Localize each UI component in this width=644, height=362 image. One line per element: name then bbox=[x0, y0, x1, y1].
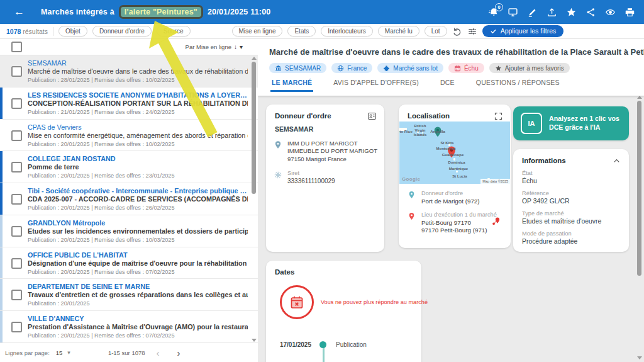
tab-le-march-[interactable]: LE MARCHÉ bbox=[270, 79, 313, 92]
timeline-dot-icon bbox=[319, 341, 326, 348]
list-item[interactable]: Tibi - Société coopérative - Intercommun… bbox=[0, 183, 258, 215]
apply-filters-button[interactable]: Appliquer les filtres bbox=[482, 25, 564, 37]
filter-chip[interactable]: Donneur d'ordre bbox=[92, 26, 152, 37]
list-item[interactable]: VILLE D'ANNECYPrestation d'Assistance à … bbox=[0, 311, 258, 343]
list-item[interactable]: GRANDLYON MétropoleEtudes sur les incide… bbox=[0, 215, 258, 247]
reset-filters-icon[interactable] bbox=[452, 26, 462, 37]
chevron-up-icon[interactable] bbox=[612, 156, 621, 166]
alerts-bell-icon[interactable]: 0 bbox=[488, 7, 499, 18]
detail-chip-star[interactable]: Ajouter à mes favoris bbox=[489, 63, 570, 73]
tune-filters-icon[interactable] bbox=[467, 26, 477, 37]
tab-dce[interactable]: DCE bbox=[439, 79, 456, 92]
tender-detail-title: Marché de maîtrise d'oeuvre dans le cadr… bbox=[269, 47, 633, 57]
alert-datetime: 20/01/2025 11:00 bbox=[208, 8, 271, 16]
list-item[interactable]: CPAS de VerviersMise en conformité énerg… bbox=[0, 120, 258, 152]
filter-chip[interactable]: Marché lu bbox=[378, 26, 419, 37]
info-field: RéférenceOP 3492 GL/CR bbox=[522, 190, 620, 205]
ia-banner[interactable]: IA Analysez en 1 clic vos DCE grâce à l'… bbox=[513, 106, 629, 140]
row-checkbox[interactable] bbox=[11, 226, 22, 237]
legend-value: Port de Marigot (972) bbox=[421, 198, 480, 206]
eye-icon[interactable] bbox=[605, 7, 616, 18]
pen-icon[interactable] bbox=[527, 7, 538, 18]
list-item[interactable]: DEPARTEMENT DE SEINE ET MARNETravaux d'e… bbox=[0, 279, 258, 311]
row-checkbox[interactable] bbox=[11, 322, 22, 332]
star-icon[interactable] bbox=[566, 7, 577, 18]
donneur-card: Donneur d'ordre SEMSAMAR IMM DU PORT MAR… bbox=[266, 105, 384, 252]
tender-title: Marché de maîtrise d'oeuvre dans le cadr… bbox=[28, 67, 248, 75]
filter-chip[interactable]: Etats bbox=[287, 26, 316, 37]
scroll-up-icon[interactable] bbox=[252, 57, 257, 60]
siret-value: 33336111100029 bbox=[287, 178, 335, 184]
filter-chip[interactable]: Source bbox=[157, 26, 191, 37]
row-checkbox[interactable] bbox=[11, 194, 22, 205]
result-list: SEMSAMARMarché de maîtrise d'oeuvre dans… bbox=[0, 55, 258, 343]
map[interactable]: Google Map data ©2025 Puerto RicoBritish… bbox=[399, 122, 510, 184]
list-item[interactable]: OFFICE PUBLIC DE L'HABITATDésignation d'… bbox=[0, 247, 258, 280]
tab-questions-r-ponses[interactable]: QUESTIONS / RÉPONSES bbox=[475, 79, 561, 92]
apply-filters-label: Appliquer les filtres bbox=[501, 27, 557, 35]
list-item[interactable]: LES RESIDENCES SOCIETE ANONYME D'HABITAT… bbox=[0, 88, 258, 120]
scroll-down-icon[interactable] bbox=[637, 356, 642, 359]
next-page-button[interactable]: › bbox=[171, 348, 187, 358]
results-label: résultats bbox=[23, 28, 48, 35]
rows-per-page-caret-icon[interactable]: ▾ bbox=[67, 349, 70, 356]
detail-chip-puzzle[interactable]: Marché sans lot bbox=[377, 63, 443, 73]
list-item[interactable]: SEMSAMARMarché de maîtrise d'oeuvre dans… bbox=[0, 55, 258, 88]
row-checkbox[interactable] bbox=[11, 98, 22, 109]
unread-bar bbox=[0, 55, 3, 87]
sort-dropdown-icon[interactable]: ▾ bbox=[240, 43, 243, 50]
divider bbox=[53, 27, 53, 36]
siret-icon bbox=[274, 171, 282, 179]
rows-per-page-value[interactable]: 15 bbox=[56, 349, 63, 356]
detail-chip-globe[interactable]: France bbox=[331, 63, 372, 73]
row-checkbox[interactable] bbox=[11, 162, 22, 173]
pagination-range: 1-15 sur 1078 bbox=[108, 349, 145, 356]
scroll-down-icon[interactable] bbox=[252, 339, 257, 342]
detail-scrollbar[interactable] bbox=[636, 96, 643, 359]
filter-chip[interactable]: Mise en ligne bbox=[232, 26, 283, 37]
share-icon[interactable] bbox=[586, 7, 596, 18]
filter-chip[interactable]: Objet bbox=[58, 26, 87, 37]
select-all-checkbox[interactable] bbox=[11, 42, 22, 52]
list-scrollbar[interactable] bbox=[251, 57, 257, 342]
back-icon[interactable]: ← bbox=[14, 6, 25, 18]
directions-icon[interactable] bbox=[491, 217, 501, 226]
detail-chip-bank[interactable]: SEMSAMAR bbox=[269, 63, 326, 73]
sort-direction-icon[interactable]: ↓ bbox=[234, 43, 237, 50]
chip-label: SEMSAMAR bbox=[285, 65, 321, 72]
print-icon[interactable] bbox=[625, 7, 635, 18]
scrollbar-thumb[interactable] bbox=[252, 62, 256, 194]
localisation-card: Localisation Google Map data ©2025 Puert… bbox=[399, 105, 511, 248]
map-attribution: Map data ©2025 bbox=[480, 179, 510, 184]
address-line: IMMEUBLE DU PORT MARIGOT bbox=[287, 147, 377, 155]
detail-chip-calendar[interactable]: Échu bbox=[448, 63, 484, 73]
tender-meta: Publication : 20/01/2025 | Remise des of… bbox=[28, 332, 248, 339]
siret-label: Siret bbox=[287, 170, 335, 176]
filter-chip[interactable]: Interlocuteurs bbox=[321, 26, 373, 37]
google-logo: Google bbox=[402, 176, 420, 182]
tender-meta: Publication : 20/01/2025 bbox=[28, 300, 248, 307]
map-label: St Kitts bbox=[441, 141, 454, 145]
sort-control[interactable]: Par Mise en ligne ↓ ▾ bbox=[186, 43, 243, 50]
rows-per-page-label: Lignes par page: bbox=[5, 349, 50, 356]
scrollbar-thumb[interactable] bbox=[637, 101, 641, 276]
contact-card-icon[interactable] bbox=[367, 111, 377, 121]
tender-meta: Publication : 20/01/2025 | Remise des of… bbox=[28, 173, 248, 179]
filter-chip[interactable]: Lot bbox=[425, 26, 447, 37]
info-value: Échu bbox=[522, 178, 620, 184]
tab-avis-d-appel-d-offre-s-[interactable]: AVIS D'APPEL D'OFFRE(S) bbox=[332, 79, 420, 92]
map-label: Dominica bbox=[448, 161, 465, 165]
donneur-address-row: IMM DU PORT MARIGOTIMMEUBLE DU PORT MARI… bbox=[274, 140, 378, 163]
upload-icon[interactable] bbox=[547, 7, 557, 18]
row-checkbox[interactable] bbox=[11, 130, 22, 141]
row-checkbox[interactable] bbox=[11, 258, 22, 269]
legend-value: Petit-Bourg 97170 bbox=[421, 219, 497, 227]
results-panel: Par Mise en ligne ↓ ▾ SEMSAMARMarché de … bbox=[0, 39, 258, 362]
row-checkbox[interactable] bbox=[11, 290, 22, 300]
row-checkbox[interactable] bbox=[11, 66, 22, 77]
screen-icon[interactable] bbox=[508, 7, 518, 18]
fullscreen-icon[interactable] bbox=[494, 111, 503, 121]
prev-page-button[interactable]: ‹ bbox=[150, 348, 166, 358]
list-item[interactable]: COLLEGE JEAN ROSTANDPomme de terrePublic… bbox=[0, 151, 258, 183]
informations-fields: ÉtatÉchuRéférenceOP 3492 GL/CRType de ma… bbox=[513, 170, 629, 245]
